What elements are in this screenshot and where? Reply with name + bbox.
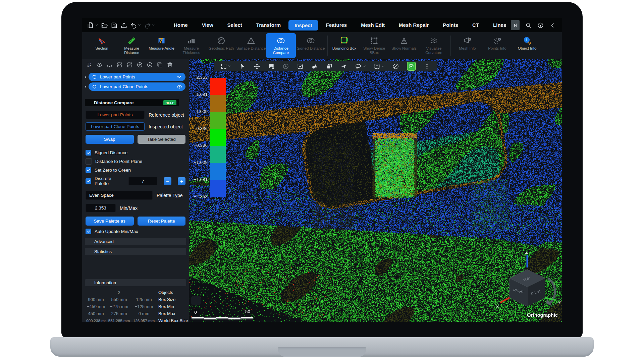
color-scale: 2.3531.6811.0090.336−0.336−1.009−1.681−2… xyxy=(189,59,228,206)
tab-ct[interactable]: CT xyxy=(465,18,486,32)
scale-bar-segment xyxy=(192,317,204,318)
tab-mesh-edit[interactable]: Mesh Edit xyxy=(354,18,392,32)
save-palette-button[interactable]: Save Palette as xyxy=(86,217,134,226)
chevron-left-icon[interactable] xyxy=(549,22,556,28)
info-row-objects: 2Objects xyxy=(82,289,189,296)
increase-button[interactable]: + xyxy=(178,177,185,185)
color-scale-band xyxy=(210,163,226,180)
expand-ribbon-button[interactable] xyxy=(511,20,520,30)
search-icon[interactable] xyxy=(525,22,532,28)
viewport-tool-windows[interactable] xyxy=(326,63,333,70)
angle-icon xyxy=(157,36,166,45)
export-button[interactable] xyxy=(120,22,127,29)
viewport-tool-confirm[interactable] xyxy=(407,62,416,71)
notification-chip[interactable] xyxy=(191,296,201,305)
take-selected-button[interactable]: Take Selected xyxy=(138,135,186,144)
advanced-section-header[interactable]: Advanced xyxy=(85,238,186,245)
viewport-tool-slash-circle[interactable] xyxy=(392,63,399,70)
distance-compare-header-bar[interactable]: Distance Compare HELP xyxy=(85,99,179,106)
save-file-button[interactable] xyxy=(111,22,118,29)
viewport-3d[interactable]: 2.3531.6811.0090.336−0.336−1.009−1.681−2… xyxy=(189,59,562,322)
chevron-right-icon xyxy=(88,250,92,254)
sort-az-icon[interactable]: AZ xyxy=(86,62,93,68)
navigation-cube[interactable]: Z TOP RIGHT BACK X Y xyxy=(495,249,562,320)
trash-icon[interactable] xyxy=(167,62,173,68)
tab-select[interactable]: Select xyxy=(220,18,249,32)
color-scale-tick-label: 1.009 xyxy=(189,109,208,114)
signed-distance-checkbox[interactable] xyxy=(86,150,91,156)
tab-mesh-repair[interactable]: Mesh Repair xyxy=(392,18,436,32)
ribbon-button-measure-angle[interactable]: Measure Angle xyxy=(147,33,176,58)
tab-features[interactable]: Features xyxy=(319,18,354,32)
viewport-tool-box-check[interactable] xyxy=(297,63,304,70)
viewport-tool-pan[interactable] xyxy=(254,63,260,70)
palette-type-value: Even Space xyxy=(89,193,114,198)
inspected-object-value[interactable]: Lower part Clone Points xyxy=(86,122,145,131)
palette-type-row: Even Space Palette Type xyxy=(86,191,185,200)
minmax-value[interactable]: 2.353 xyxy=(86,204,116,212)
scale-bar-end: 50 xyxy=(245,309,250,314)
duplicate-icon[interactable] xyxy=(157,62,163,68)
viewport-tool-box-x[interactable] xyxy=(374,63,385,70)
discrete-palette-value[interactable]: 7 xyxy=(128,177,157,185)
object-item-lower-part-points[interactable]: Lower part Points xyxy=(89,73,185,81)
tab-inspect[interactable]: Inspect xyxy=(288,20,318,31)
object-item-lower-part-clone-points[interactable]: Lower part Clone Points xyxy=(89,82,185,91)
viewport-tool-lasso[interactable] xyxy=(355,63,366,70)
info-value-cell: 2 xyxy=(108,290,130,295)
viewport-tool-shapes[interactable] xyxy=(311,63,318,70)
scale-bar-segment xyxy=(216,317,228,318)
help-badge[interactable]: HELP xyxy=(163,100,176,105)
swap-button[interactable]: Swap xyxy=(86,135,134,144)
ribbon-button-bounding-box[interactable]: Bounding Box xyxy=(329,33,359,58)
tab-view[interactable]: View xyxy=(195,18,220,32)
ribbon-button-object-info[interactable]: iObject Info xyxy=(512,33,542,58)
ribbon-button-measure-distance[interactable]: Measure Distance xyxy=(117,33,147,58)
viewport-tool-capture[interactable] xyxy=(268,63,275,70)
move-down-icon[interactable] xyxy=(147,62,153,68)
distance-to-point-plane-checkbox[interactable] xyxy=(86,158,92,165)
close-icon[interactable] xyxy=(181,100,186,105)
statistics-section-header[interactable]: Statistics xyxy=(85,248,186,255)
chevron-down-icon xyxy=(87,101,92,105)
discrete-palette-checkbox[interactable] xyxy=(86,178,91,184)
reset-palette-button[interactable]: Reset Palette xyxy=(138,217,186,226)
viewport-tool-plane[interactable] xyxy=(340,63,347,70)
viewport-tool-kebab[interactable] xyxy=(424,63,430,70)
ribbon-button-distance-compare[interactable]: Distance Compare xyxy=(266,33,296,58)
decrease-button[interactable]: − xyxy=(164,177,171,185)
set-zero-to-green-checkbox[interactable] xyxy=(86,167,91,173)
tab-points[interactable]: Points xyxy=(436,18,465,32)
points-info-icon: i xyxy=(493,36,502,45)
open-file-button[interactable] xyxy=(101,22,108,29)
viewport-tool-cursor[interactable] xyxy=(239,63,246,70)
tab-transform[interactable]: Transform xyxy=(249,18,288,32)
tab-home[interactable]: Home xyxy=(167,18,195,32)
eye-icon[interactable] xyxy=(177,84,182,89)
checkbox-label: Distance to Point Plane xyxy=(95,159,142,164)
tab-lines[interactable]: Lines xyxy=(486,18,512,32)
palette-type-select[interactable]: Even Space xyxy=(86,191,153,200)
eye-icon[interactable] xyxy=(96,62,103,68)
inspected-object-label: Inspected object xyxy=(149,124,183,129)
ribbon-button-section[interactable]: Section xyxy=(87,33,117,58)
information-section-header[interactable]: Information xyxy=(85,279,186,286)
wave-icon[interactable] xyxy=(177,74,182,80)
inspected-object-row: Lower part Clone Points Inspected object xyxy=(86,122,185,131)
select-all-icon[interactable] xyxy=(116,62,123,68)
move-up-icon[interactable] xyxy=(137,62,143,68)
undo-button[interactable] xyxy=(130,22,142,29)
redo-button[interactable] xyxy=(144,22,156,29)
auto-update-checkbox[interactable] xyxy=(86,229,91,234)
color-scale-band xyxy=(210,112,226,129)
deselect-all-icon[interactable] xyxy=(126,62,133,68)
file-toolbar xyxy=(82,22,167,29)
ribbon-button-measure-thickness: Measure Thickness xyxy=(176,33,206,58)
eye-closed-icon[interactable] xyxy=(106,62,113,68)
reference-object-value[interactable]: Lower part Points xyxy=(86,111,145,119)
new-file-button[interactable] xyxy=(87,22,98,29)
laptop-screen-bezel: HomeViewSelectTransformInspectFeaturesMe… xyxy=(61,2,583,338)
projection-mode-label: Orthographic xyxy=(527,312,558,318)
box-x-icon xyxy=(374,63,380,70)
help-icon[interactable] xyxy=(537,22,544,28)
